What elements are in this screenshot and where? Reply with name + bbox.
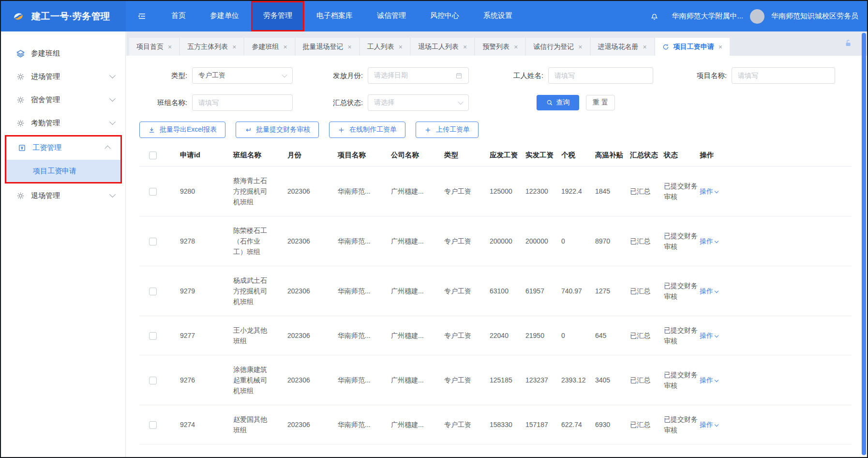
row-action-dropdown[interactable]: 操作: [700, 421, 718, 428]
vertical-scrollbar[interactable]: [862, 33, 866, 455]
create-payroll-online-button[interactable]: 在线制作工资单: [329, 122, 405, 138]
row-action-dropdown[interactable]: 操作: [700, 237, 718, 245]
nav-item[interactable]: 参建单位: [198, 1, 251, 31]
team-name-input[interactable]: [192, 94, 293, 111]
cell-actions: 操作: [700, 166, 852, 216]
cell-heat-subsidy: 6930: [595, 405, 630, 444]
sidebar-item-exit-mgmt[interactable]: 退场管理: [1, 184, 125, 207]
chevron-down-icon: [715, 378, 718, 382]
row-checkbox[interactable]: [149, 377, 157, 384]
lock-open-icon[interactable]: [844, 39, 853, 49]
sidebar-item-teams[interactable]: 参建班组: [1, 42, 125, 64]
enter-arrow-icon: [244, 126, 252, 134]
summary-status-select[interactable]: 请选择: [368, 94, 469, 111]
close-icon[interactable]: ×: [232, 43, 236, 51]
row-action-dropdown[interactable]: 操作: [700, 332, 718, 339]
search-icon: [546, 99, 553, 106]
row-checkbox[interactable]: [149, 421, 157, 429]
menu-collapse-icon[interactable]: [137, 12, 147, 21]
search-button[interactable]: 查询: [537, 95, 579, 110]
close-icon[interactable]: ×: [718, 43, 722, 51]
cell-apply-id: 9280: [180, 166, 233, 216]
sidebar-item-project-salary-apply[interactable]: 项目工资申请: [6, 160, 120, 182]
gear-icon: [16, 96, 25, 104]
cell-type: 专户工资: [444, 216, 490, 266]
sidebar-item-entry-mgmt[interactable]: 进场管理: [1, 65, 125, 88]
cell-apply-id: 9276: [180, 355, 233, 405]
nav-item[interactable]: 电子档案库: [304, 1, 365, 31]
batch-export-excel-button[interactable]: 批量导出Excel报表: [139, 122, 225, 138]
tab[interactable]: 预警列表 ×: [475, 38, 525, 56]
cell-apply-id: 9274: [180, 405, 233, 444]
row-action-dropdown[interactable]: 操作: [700, 287, 718, 295]
sidebar-item-salary-mgmt[interactable]: 工资管理: [6, 137, 120, 159]
sidebar-item-dorm-mgmt[interactable]: 宿舍管理: [1, 89, 125, 111]
notification-bell-icon[interactable]: [650, 12, 659, 21]
worker-name-input[interactable]: [548, 67, 653, 84]
cell-project-name: 华南师范...: [338, 316, 391, 355]
header-checkbox-cell: [139, 145, 180, 166]
user-name[interactable]: 华南师范知识城校区劳务员: [771, 12, 858, 21]
column-header: 公司名称: [391, 145, 444, 166]
tab[interactable]: 诚信行为登记 ×: [526, 38, 589, 56]
cell-status: 已提交财务审核: [664, 316, 700, 355]
tab[interactable]: 项目工资申请 ×: [655, 38, 730, 56]
close-icon[interactable]: ×: [348, 43, 352, 51]
select-all-checkbox[interactable]: [149, 152, 157, 159]
download-icon: [148, 126, 155, 134]
row-checkbox[interactable]: [149, 332, 157, 340]
close-icon[interactable]: ×: [578, 43, 582, 51]
cell-team-name: 陈荣楼石工（石作业工）班组: [233, 216, 287, 266]
chevron-down-icon: [109, 95, 116, 102]
tab[interactable]: 参建班组 ×: [244, 38, 294, 56]
sidebar-item-attendance-mgmt[interactable]: 考勤管理: [1, 112, 125, 134]
row-checkbox[interactable]: [149, 288, 157, 295]
column-header: 项目名称: [338, 145, 391, 166]
nav-item[interactable]: 首页: [159, 1, 198, 31]
row-action-dropdown[interactable]: 操作: [700, 376, 718, 384]
cell-company-name: 广州穗建...: [391, 166, 444, 216]
tab[interactable]: 批量退场登记 ×: [296, 38, 359, 56]
tab[interactable]: 进退场花名册 ×: [591, 38, 654, 56]
table-row: 9274 赵爱国其他班组 202306 华南师范... 广州穗建... 专户工资…: [139, 405, 852, 444]
reset-button[interactable]: 重 置: [586, 95, 615, 110]
cell-month: 202306: [287, 316, 338, 355]
pay-month-datepicker[interactable]: 请选择日期: [368, 67, 469, 84]
cell-apply-id: 9277: [180, 316, 233, 355]
current-project-name[interactable]: 华南师范大学附属中...: [672, 12, 743, 21]
summary-status-placeholder: 请选择: [374, 98, 394, 107]
tab[interactable]: 五方主体列表 ×: [180, 38, 243, 56]
nav-item[interactable]: 劳务管理: [251, 1, 304, 31]
cell-heat-subsidy: 1845: [595, 166, 630, 216]
chevron-down-icon: [109, 191, 116, 198]
close-icon[interactable]: ×: [643, 43, 647, 51]
nav-item[interactable]: 系统设置: [471, 1, 524, 31]
close-icon[interactable]: ×: [168, 43, 172, 51]
cell-company-name: 广州穗建...: [391, 316, 444, 355]
row-action-dropdown[interactable]: 操作: [700, 187, 718, 195]
row-checkbox[interactable]: [149, 188, 157, 196]
cell-net-pay: 157187: [525, 405, 561, 444]
type-select[interactable]: 专户工资: [192, 67, 293, 84]
nav-item[interactable]: 诚信管理: [365, 1, 418, 31]
cell-summary-status: 已汇总: [630, 316, 664, 355]
batch-submit-finance-button[interactable]: 批量提交财务审核: [236, 122, 319, 138]
close-icon[interactable]: ×: [463, 43, 467, 51]
salary-icon: [18, 144, 26, 152]
nav-item[interactable]: 风控中心: [418, 1, 471, 31]
close-icon[interactable]: ×: [283, 43, 287, 51]
tab[interactable]: 项目首页 ×: [129, 38, 179, 56]
close-icon[interactable]: ×: [514, 43, 518, 51]
table-row: 9280 蔡海青土石方挖掘机司机班组 202306 华南师范... 广州穗建..…: [139, 166, 852, 216]
refresh-icon[interactable]: [662, 44, 669, 50]
tab[interactable]: 工人列表 ×: [360, 38, 410, 56]
cell-net-pay: 21950: [525, 316, 561, 355]
cell-project-name: 华南师范...: [338, 355, 391, 405]
project-name-input[interactable]: [732, 67, 835, 84]
close-icon[interactable]: ×: [399, 43, 403, 51]
cell-apply-id: 9278: [180, 216, 233, 266]
upload-payroll-button[interactable]: 上传工资单: [416, 122, 479, 138]
row-checkbox[interactable]: [149, 238, 157, 245]
tab[interactable]: 退场工人列表 ×: [411, 38, 474, 56]
user-avatar[interactable]: [750, 9, 764, 24]
